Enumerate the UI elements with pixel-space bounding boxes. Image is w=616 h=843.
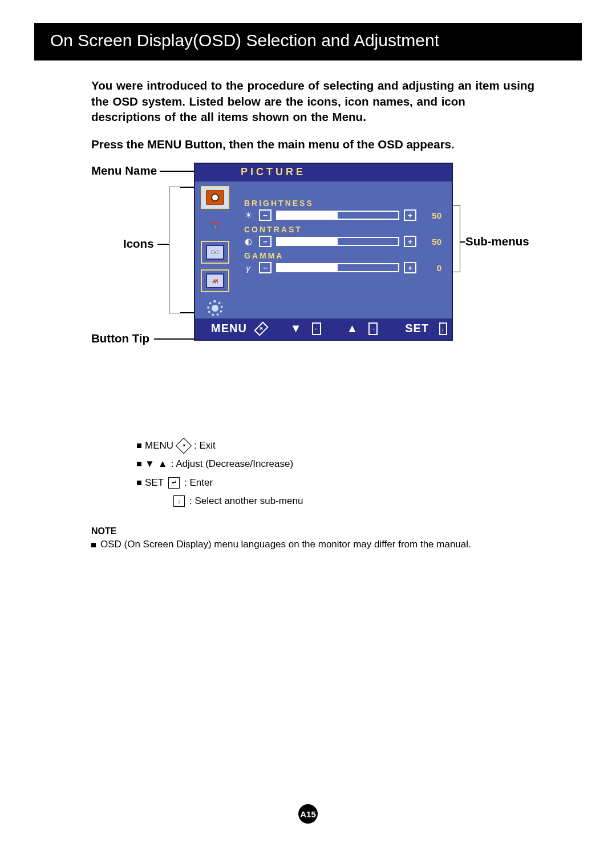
plus-button[interactable]: +	[404, 209, 416, 221]
bullet-icon	[137, 462, 141, 466]
gear-icon	[207, 300, 223, 316]
slider-gamma[interactable]: γ − + 0	[242, 261, 441, 274]
bullet-icon	[137, 481, 141, 485]
nav-up-icon[interactable]: ▲	[346, 322, 358, 335]
osd-footer: MENU✦ ▼← ▲→ SET ↓	[195, 318, 452, 340]
bullet-icon	[91, 543, 96, 547]
setting-title-contrast: CONTRAST	[244, 225, 441, 234]
icon-settings[interactable]	[202, 298, 228, 318]
up-triangle-icon: ▲	[158, 455, 168, 473]
minus-button[interactable]: −	[259, 236, 271, 247]
down-arrow-icon: ↓	[173, 495, 185, 507]
note-text: OSD (On Screen Display) menu languages o…	[100, 539, 471, 550]
tip-set: SET ↵ : Enter	[137, 474, 582, 492]
minus-button[interactable]: −	[259, 262, 271, 273]
press-text: Press the MENU Button, then the main men…	[91, 138, 536, 151]
slider-value: 0	[421, 263, 441, 273]
label-icons: Icons	[123, 237, 154, 251]
slider-track[interactable]	[276, 211, 399, 220]
slider-value: 50	[421, 211, 441, 220]
tip-menu-desc: : Exit	[194, 437, 216, 455]
setting-title-brightness: BRIGHTNESS	[244, 199, 441, 208]
note-section: NOTE OSD (On Screen Display) menu langua…	[91, 526, 582, 550]
down-triangle-icon: ▼	[145, 455, 155, 473]
tip-set-label: SET	[145, 474, 164, 492]
footer-set-label: SET	[405, 322, 429, 335]
osd-diagram: Menu Name Icons Button Tip Sub-menus PIC…	[91, 163, 582, 420]
set-enter-icon: ↓	[439, 322, 447, 335]
icon-screen[interactable]: □-□	[201, 241, 229, 264]
tip-menu-label: MENU	[145, 437, 173, 455]
osd-panel: PICTURE RGB■■■ □-□ ʍ	[194, 163, 453, 341]
arrow-right-icon: →	[368, 322, 378, 335]
minus-button[interactable]: −	[259, 209, 271, 221]
osd-settings: BRIGHTNESS ☀ − + 50 CONTRAST ◐ − +	[235, 181, 452, 318]
note-title: NOTE	[91, 526, 582, 537]
tip-set-desc: : Enter	[184, 474, 213, 492]
slider-brightness[interactable]: ☀ − + 50	[242, 209, 441, 221]
menu-exit-icon: ✦	[254, 321, 268, 336]
arrow-left-icon: ←	[312, 322, 321, 335]
menu-exit-icon: ✦	[176, 438, 192, 454]
slider-value: 50	[421, 237, 441, 247]
brightness-icon: ☀	[242, 210, 254, 220]
label-button-tip: Button Tip	[91, 332, 149, 345]
tip-select: ↓ : Select another sub-menu	[172, 492, 582, 510]
osd-menu-name-text: PICTURE	[241, 166, 306, 178]
plus-button[interactable]: +	[404, 236, 416, 247]
tip-menu: MENU ✦ : Exit	[137, 437, 582, 455]
tip-select-desc: : Select another sub-menu	[189, 492, 303, 510]
tip-adjust-desc: : Adjust (Decrease/Increase)	[171, 455, 293, 473]
manual-page: On Screen Display(OSD) Selection and Adj…	[0, 0, 616, 843]
rgb-badge-text: RGB■■■	[210, 221, 220, 229]
icon-warm[interactable]: ʍ	[201, 269, 229, 292]
bullet-icon	[137, 443, 141, 448]
icon-picture[interactable]	[201, 186, 229, 209]
page-title: On Screen Display(OSD) Selection and Adj…	[34, 23, 582, 60]
button-tips: MENU ✦ : Exit ▼ ▲ : Adjust (Decrease/Inc…	[137, 437, 582, 510]
osd-menu-name: PICTURE	[195, 164, 452, 181]
intro-text: You were introduced to the procedure of …	[91, 78, 536, 125]
icon-rgb[interactable]: RGB■■■	[202, 215, 228, 235]
slider-track[interactable]	[276, 237, 399, 246]
plus-button[interactable]: +	[404, 262, 416, 273]
label-sub-menus: Sub-menus	[465, 235, 529, 248]
footer-menu-label: MENU	[211, 322, 247, 335]
osd-iconbar: RGB■■■ □-□ ʍ	[195, 181, 235, 318]
contrast-icon: ◐	[242, 236, 254, 247]
page-number-badge: A15	[298, 804, 318, 824]
enter-icon: ↵	[168, 477, 180, 489]
slider-track[interactable]	[276, 263, 399, 272]
setting-title-gamma: GAMMA	[244, 251, 441, 260]
gamma-icon: γ	[242, 263, 254, 273]
tip-adjust: ▼ ▲ : Adjust (Decrease/Increase)	[137, 455, 582, 473]
nav-down-icon[interactable]: ▼	[290, 322, 302, 335]
slider-contrast[interactable]: ◐ − + 50	[242, 235, 441, 248]
osd-body: RGB■■■ □-□ ʍ BRIGHTNESS ☀	[195, 181, 452, 318]
label-menu-name: Menu Name	[91, 164, 157, 178]
